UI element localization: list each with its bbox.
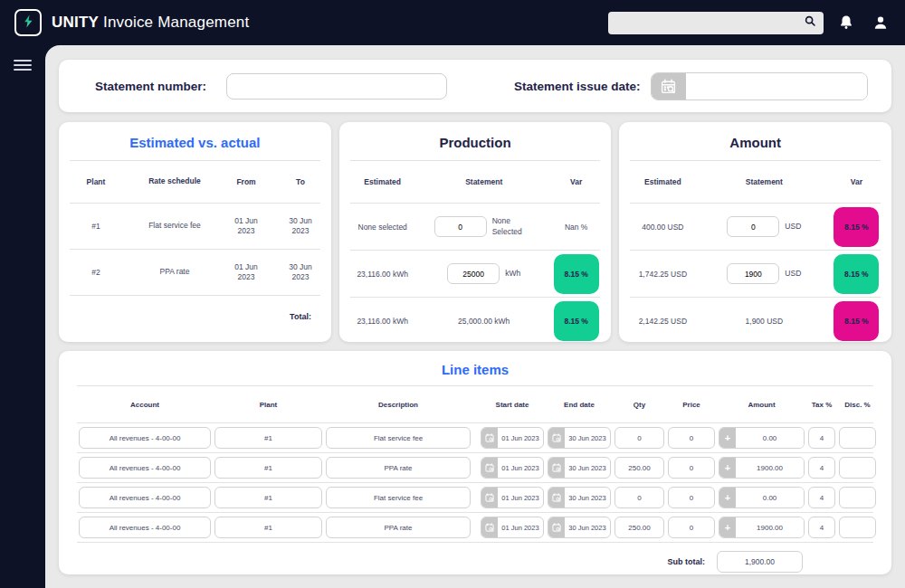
qty-input[interactable] bbox=[614, 487, 664, 508]
to-date-value: 30 Jun 2023 bbox=[274, 216, 327, 237]
calendar-search-icon[interactable] bbox=[548, 517, 565, 537]
end-date-value[interactable]: 30 Jun 2023 bbox=[565, 517, 610, 537]
plus-icon[interactable]: + bbox=[719, 517, 736, 537]
calendar-search-icon[interactable] bbox=[481, 517, 498, 537]
column-header: Var bbox=[822, 177, 891, 186]
column-header: Estimated bbox=[339, 177, 426, 186]
amount-total-row: 2,142.25 USD 1,900 USD 8.15 % bbox=[619, 298, 891, 342]
statement-unit-label: None Selected bbox=[492, 216, 534, 236]
global-search[interactable] bbox=[608, 12, 824, 34]
tax-input[interactable] bbox=[808, 487, 835, 508]
amount-input[interactable] bbox=[736, 458, 804, 478]
statement-value-input[interactable] bbox=[727, 263, 779, 284]
tax-input[interactable] bbox=[808, 427, 835, 449]
column-header: Description bbox=[326, 401, 471, 409]
column-header: Var bbox=[542, 177, 611, 186]
disc-input[interactable] bbox=[839, 457, 876, 479]
tax-input[interactable] bbox=[808, 517, 835, 538]
menu-hamburger-icon[interactable] bbox=[14, 60, 32, 71]
rate-schedule-value: PPA rate bbox=[131, 267, 218, 277]
end-date-value[interactable]: 30 Jun 2023 bbox=[565, 428, 610, 448]
start-date-field: 01 Jun 2023 bbox=[481, 487, 544, 508]
description-select[interactable]: Flat service fee bbox=[326, 487, 471, 508]
estimated-value: 400.00 USD bbox=[619, 223, 706, 232]
production-title: Production bbox=[339, 122, 612, 160]
plant-select[interactable]: #1 bbox=[214, 457, 322, 479]
calendar-search-icon[interactable] bbox=[481, 488, 498, 507]
end-date-field: 30 Jun 2023 bbox=[548, 487, 611, 508]
start-date-value[interactable]: 01 Jun 2023 bbox=[498, 428, 543, 448]
amount-row: 400.00 USD USD 8.15 % bbox=[619, 204, 891, 250]
description-select[interactable]: PPA rate bbox=[326, 457, 471, 479]
statement-number-input[interactable] bbox=[226, 73, 447, 100]
variance-badge: 8.15 % bbox=[834, 301, 879, 341]
statement-value-input[interactable] bbox=[447, 263, 500, 284]
calendar-search-icon[interactable] bbox=[652, 73, 686, 100]
price-input[interactable] bbox=[668, 427, 715, 449]
price-input[interactable] bbox=[668, 487, 715, 508]
amount-field: + bbox=[719, 487, 805, 508]
notifications-bell-icon[interactable] bbox=[836, 13, 856, 33]
account-select[interactable]: All revenues - 4-00-00 bbox=[79, 517, 211, 538]
statement-issue-date-field bbox=[651, 72, 868, 100]
price-input[interactable] bbox=[668, 457, 715, 479]
search-input[interactable] bbox=[615, 17, 804, 28]
start-date-value[interactable]: 01 Jun 2023 bbox=[498, 488, 543, 507]
statement-value-input[interactable] bbox=[434, 216, 487, 237]
production-row: None selected None Selected Nan % bbox=[339, 204, 612, 250]
account-select[interactable]: All revenues - 4-00-00 bbox=[79, 457, 211, 479]
variance-badge: 8.15 % bbox=[834, 254, 879, 294]
qty-input[interactable] bbox=[614, 517, 664, 538]
end-date-value[interactable]: 30 Jun 2023 bbox=[565, 488, 610, 507]
account-select[interactable]: All revenues - 4-00-00 bbox=[79, 487, 211, 508]
account-select[interactable]: All revenues - 4-00-00 bbox=[79, 427, 211, 449]
calendar-search-icon[interactable] bbox=[481, 428, 498, 448]
statement-issue-date-input[interactable] bbox=[686, 73, 867, 100]
production-total-row: 23,116.00 kWh 25,000.00 kWh 8.15 % bbox=[339, 298, 612, 342]
disc-input[interactable] bbox=[839, 427, 876, 449]
plus-icon[interactable]: + bbox=[719, 458, 736, 478]
statement-unit-label: USD bbox=[785, 269, 801, 279]
user-account-icon[interactable] bbox=[871, 13, 891, 33]
disc-input[interactable] bbox=[839, 517, 876, 538]
qty-input[interactable] bbox=[614, 427, 664, 449]
start-date-field: 01 Jun 2023 bbox=[481, 427, 544, 449]
amount-input[interactable] bbox=[736, 488, 804, 507]
app-logo bbox=[14, 9, 42, 36]
start-date-value[interactable]: 01 Jun 2023 bbox=[498, 517, 543, 537]
calendar-search-icon[interactable] bbox=[548, 458, 565, 478]
amount-field: + bbox=[719, 517, 805, 538]
column-header: Plant bbox=[61, 177, 131, 186]
plant-select[interactable]: #1 bbox=[214, 487, 322, 508]
amount-input[interactable] bbox=[736, 517, 804, 537]
amount-row: 1,742.25 USD USD 8.15 % bbox=[619, 251, 891, 297]
plus-icon[interactable]: + bbox=[719, 428, 736, 448]
variance-badge: 8.15 % bbox=[834, 207, 879, 247]
calendar-search-icon[interactable] bbox=[548, 428, 565, 448]
statement-value-input[interactable] bbox=[727, 216, 779, 237]
description-select[interactable]: PPA rate bbox=[326, 517, 471, 538]
line-item-row: All revenues - 4-00-00 #1 Flat service f… bbox=[59, 483, 891, 512]
estimated-value: 23,116.00 kWh bbox=[339, 317, 426, 326]
plant-select[interactable]: #1 bbox=[214, 427, 322, 449]
production-row: 23,116.00 kWh kWh 8.15 % bbox=[339, 251, 612, 297]
plus-icon[interactable]: + bbox=[719, 488, 736, 507]
qty-input[interactable] bbox=[614, 457, 664, 479]
end-date-value[interactable]: 30 Jun 2023 bbox=[565, 458, 610, 478]
search-icon[interactable] bbox=[804, 14, 816, 31]
description-select[interactable]: Flat service fee bbox=[326, 427, 471, 449]
estimated-vs-actual-card: Estimated vs. actual Plant Rate schedule… bbox=[59, 122, 331, 342]
disc-input[interactable] bbox=[839, 487, 876, 508]
amount-input[interactable] bbox=[736, 428, 804, 448]
column-header: Statement bbox=[426, 177, 542, 186]
column-header: Account bbox=[79, 401, 211, 409]
estimated-vs-actual-title: Estimated vs. actual bbox=[59, 122, 331, 160]
column-header: To bbox=[274, 177, 327, 186]
tax-input[interactable] bbox=[808, 457, 835, 479]
start-date-value[interactable]: 01 Jun 2023 bbox=[498, 458, 543, 478]
end-date-field: 30 Jun 2023 bbox=[548, 427, 611, 449]
price-input[interactable] bbox=[668, 517, 715, 538]
calendar-search-icon[interactable] bbox=[481, 458, 498, 478]
calendar-search-icon[interactable] bbox=[548, 488, 565, 507]
plant-select[interactable]: #1 bbox=[214, 517, 322, 538]
